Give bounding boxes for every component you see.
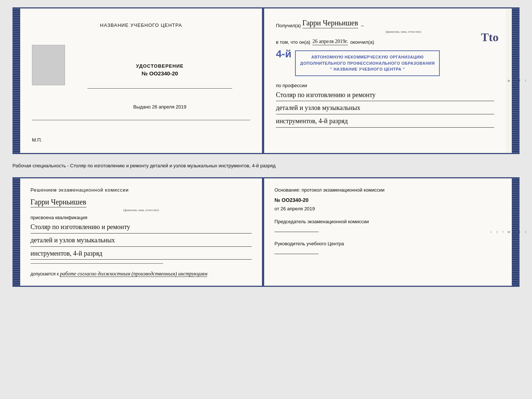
udostoverenie-number: № OO2340-20 — [136, 70, 183, 76]
description-text: Рабочая специальность - Столяр по изгото… — [12, 163, 276, 168]
profession-line2: деталей и узлов музыкальных — [276, 103, 494, 114]
protocol-number: № OO2340-20 — [274, 197, 496, 203]
photo-placeholder — [32, 45, 65, 85]
bottom-profession-block: Столяр по изготовлению и ремонту деталей… — [30, 222, 252, 260]
vydano-line: Выдано 26 апреля 2019 — [133, 104, 186, 110]
profession-block: Столяр по изготовлению и ремонту деталей… — [276, 90, 494, 128]
recipient-name: Гарри Черньишев — [302, 19, 358, 28]
top-left-page: НАЗВАНИЕ УЧЕБНОГО ЦЕНТРА УДОСТОВЕРЕНИЕ №… — [20, 8, 262, 153]
profession-line3: инструментов, 4-й разряд — [276, 116, 494, 128]
vtom-line: в том, что он(а) 26 апреля 2019г. окончи… — [276, 39, 494, 45]
bottom-right-page: Основание: протокол экзаменационной коми… — [264, 178, 506, 286]
bottom-right-border — [512, 178, 518, 286]
vydano-label: Выдано — [133, 104, 151, 110]
stamp-block: АВТОНОМНУЮ НЕКОММЕРЧЕСКУЮ ОРГАНИЗАЦИЮ ДО… — [295, 50, 440, 76]
stamp-line3: " НАЗВАНИЕ УЧЕБНОГО ЦЕНТРА " — [300, 66, 435, 72]
bottom-right-edge: – – и а ← – – — [506, 178, 512, 286]
bottom-document: Решением экзаменационной комиссии Гарри … — [12, 177, 520, 287]
top-right-page: Получил(а) Гарри Черньишев – (фамилия, и… — [264, 8, 506, 153]
top-document: НАЗВАНИЕ УЧЕБНОГО ЦЕНТРА УДОСТОВЕРЕНИЕ №… — [12, 7, 520, 154]
left-border-texture — [14, 8, 20, 153]
bottom-name-sub: (фамилия, имя, отчество) — [30, 208, 252, 212]
ot-date-line: от 26 апреля 2019 — [274, 206, 496, 211]
dopuskaetsya-label: допускается к — [30, 271, 59, 277]
ot-label: от — [274, 206, 279, 211]
udostoverenie-block: УДОСТОВЕРЕНИЕ № OO2340-20 — [136, 63, 183, 76]
bottom-name-block: Гарри Черньишев (фамилия, имя, отчество) — [30, 198, 252, 212]
bottom-profession-line1: Столяр по изготовлению и ремонту — [30, 222, 252, 234]
profession-line1: Столяр по изготовлению и ремонту — [276, 90, 494, 101]
bottom-recipient-name: Гарри Черньишев — [30, 198, 86, 207]
ot-date: 26 апреля 2019 — [281, 206, 315, 211]
rukovoditel-label: Руководитель учебного Центра — [274, 241, 344, 246]
stamp-line2: ДОПОЛНИТЕЛЬНОГО ПРОФЕССИОНАЛЬНОГО ОБРАЗО… — [300, 60, 435, 67]
stamp-line1: АВТОНОМНУЮ НЕКОММЕРЧЕСКУЮ ОРГАНИЗАЦИЮ — [300, 54, 435, 60]
bottom-left-border — [14, 178, 20, 286]
chairman-signature-line — [274, 232, 319, 232]
osnovaniye-label: Основание: протокол экзаменационной коми… — [274, 187, 496, 193]
top-left-title: НАЗВАНИЕ УЧЕБНОГО ЦЕНТРА — [100, 22, 182, 28]
rukovoditel-signature-line — [274, 254, 319, 254]
udostoverenie-label: УДОСТОВЕРЕНИЕ — [136, 63, 183, 69]
right-border-texture — [512, 8, 518, 153]
poluchil-line: Получил(а) Гарри Черньишев – — [276, 19, 494, 28]
stamp-4y: 4-й — [276, 48, 291, 60]
name-sub-label: (фамилия, имя, отчество) — [313, 30, 494, 33]
okonchil-label: окончил(а) — [350, 39, 374, 45]
vtom-date: 26 апреля 2019г. — [312, 39, 348, 45]
dopusk-text: работе согласно должностным (производств… — [60, 271, 207, 277]
dopuskaetsya-block: допускается к работе согласно должностны… — [30, 271, 252, 277]
bottom-profession-line2: деталей и узлов музыкальных — [30, 235, 252, 247]
poluchil-label: Получил(а) — [276, 23, 301, 28]
resheniem-title: Решением экзаменационной комиссии — [30, 187, 252, 193]
prisvoyena-label: присвоена квалификация — [30, 215, 252, 220]
po-professii-label: по профессии — [276, 83, 494, 88]
chairman-label: Председатель экзаменационной комиссии — [274, 219, 369, 224]
bottom-profession-line3: инструментов, 4-й разряд — [30, 248, 252, 260]
mp-label: М.П. — [32, 137, 42, 143]
tto-decorative: Tto — [481, 31, 499, 44]
bottom-left-page: Решением экзаменационной комиссии Гарри … — [20, 178, 262, 286]
chairman-block: Председатель экзаменационной комиссии — [274, 219, 496, 232]
vydano-date: 26 апреля 2019 — [152, 104, 187, 110]
description-bar: Рабочая специальность - Столяр по изгото… — [12, 160, 520, 171]
vtom-label: в том, что он(а) — [276, 39, 310, 45]
rukovoditel-block: Руководитель учебного Центра — [274, 241, 496, 254]
right-edge-decorative: – – и а ← – – — [506, 8, 512, 153]
